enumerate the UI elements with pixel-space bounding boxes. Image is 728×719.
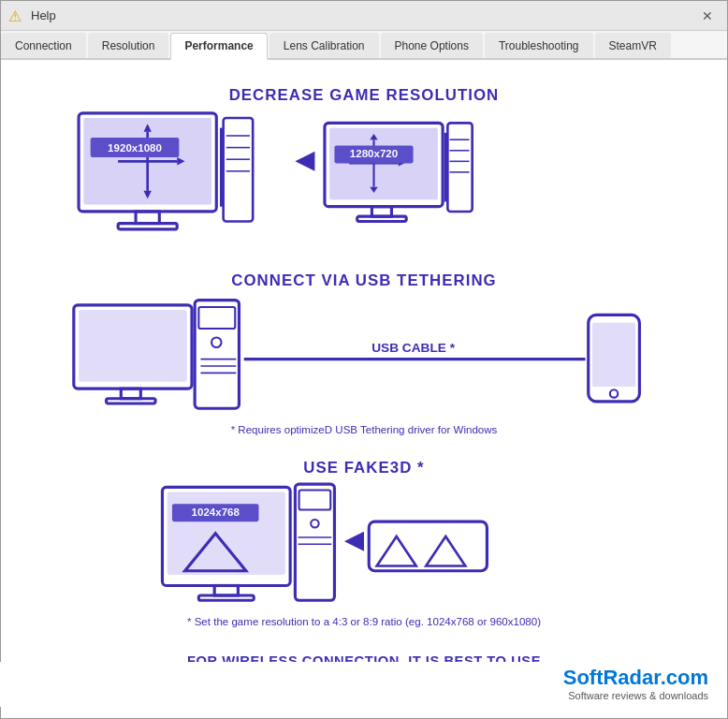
svg-rect-24 bbox=[447, 123, 472, 212]
svg-marker-66 bbox=[344, 532, 364, 551]
svg-rect-59 bbox=[299, 490, 331, 509]
svg-rect-57 bbox=[198, 595, 254, 600]
svg-rect-41 bbox=[195, 301, 239, 409]
watermark-subtitle: Software reviews & downloads bbox=[0, 690, 708, 701]
tab-lens-calibration[interactable]: Lens Calibration bbox=[269, 33, 379, 58]
content-area: DECREASE GAME RESOLUTION bbox=[1, 60, 727, 673]
svg-text:1280x720: 1280x720 bbox=[350, 148, 398, 159]
svg-point-51 bbox=[610, 389, 618, 397]
svg-rect-42 bbox=[198, 307, 235, 329]
tab-phone-options[interactable]: Phone Options bbox=[381, 33, 483, 58]
tab-bar: Connection Resolution Performance Lens C… bbox=[1, 31, 727, 60]
svg-text:FOR WIRELESS CONNECTION, IT IS: FOR WIRELESS CONNECTION, IT IS BEST TO U… bbox=[187, 653, 541, 668]
svg-point-60 bbox=[311, 520, 318, 527]
svg-marker-68 bbox=[377, 536, 416, 566]
close-button[interactable]: ✕ bbox=[695, 4, 720, 28]
tab-connection[interactable]: Connection bbox=[1, 33, 86, 58]
svg-rect-40 bbox=[107, 399, 156, 404]
svg-text:DECREASE GAME RESOLUTION: DECREASE GAME RESOLUTION bbox=[229, 86, 500, 104]
svg-text:CONNECT VIA USB TETHERING: CONNECT VIA USB TETHERING bbox=[231, 271, 496, 289]
svg-text:1024x768: 1024x768 bbox=[192, 506, 240, 518]
svg-text:1920x1080: 1920x1080 bbox=[108, 142, 162, 154]
svg-marker-18 bbox=[295, 152, 314, 171]
tab-steamvr[interactable]: SteamVR bbox=[595, 33, 671, 58]
svg-point-43 bbox=[211, 338, 222, 348]
svg-rect-6 bbox=[224, 118, 254, 221]
svg-marker-69 bbox=[426, 536, 465, 566]
svg-rect-22 bbox=[357, 216, 407, 221]
svg-text:* Requires optimizeD USB Tethe: * Requires optimizeD USB Tethering drive… bbox=[231, 424, 498, 435]
tab-troubleshooting[interactable]: Troubleshooting bbox=[485, 33, 593, 58]
svg-text:USB CABLE *: USB CABLE * bbox=[371, 341, 455, 355]
tab-performance[interactable]: Performance bbox=[170, 33, 267, 60]
svg-rect-50 bbox=[592, 323, 635, 387]
performance-svg: DECREASE GAME RESOLUTION bbox=[20, 79, 708, 673]
svg-rect-58 bbox=[295, 484, 334, 600]
main-window: ⚠ Help ✕ Connection Resolution Performan… bbox=[0, 0, 728, 719]
svg-text:USE FAKE3D *: USE FAKE3D * bbox=[303, 459, 424, 477]
svg-rect-4 bbox=[118, 224, 177, 229]
tab-resolution[interactable]: Resolution bbox=[88, 33, 169, 58]
svg-rect-38 bbox=[79, 310, 187, 382]
title-bar: ⚠ Help ✕ bbox=[1, 1, 727, 31]
svg-text:* Set the game resolution to a: * Set the game resolution to a 4:3 or 8:… bbox=[187, 616, 541, 627]
window-title: Help bbox=[31, 8, 695, 22]
app-icon: ⚠ bbox=[8, 7, 25, 24]
svg-rect-3 bbox=[136, 212, 159, 224]
performance-diagrams: DECREASE GAME RESOLUTION bbox=[1, 69, 727, 673]
